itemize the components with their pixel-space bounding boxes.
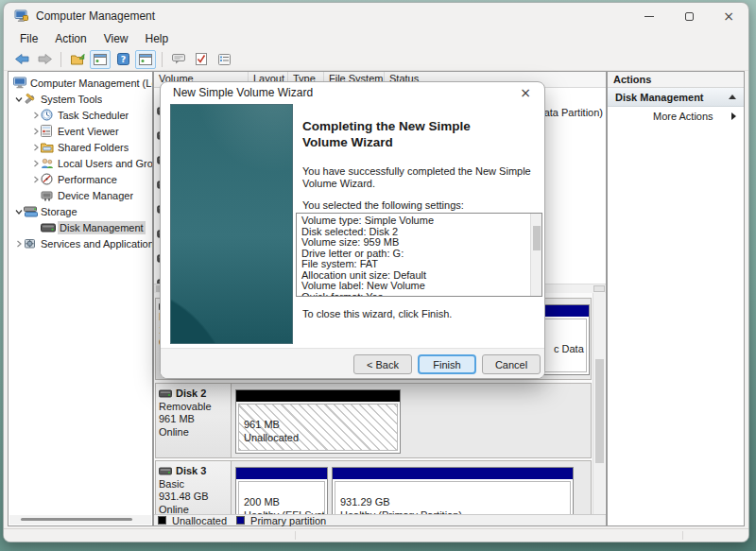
export-list-button[interactable]	[67, 50, 88, 69]
cancel-wizard-button[interactable]: Cancel	[482, 354, 541, 374]
wizard-settings-list[interactable]: Volume type: Simple Volume Disk selected…	[296, 213, 542, 297]
toolbar-separator	[162, 52, 163, 67]
tree-item-system-tools[interactable]: System Tools	[9, 91, 152, 107]
primary-partition-legend-swatch	[236, 516, 245, 525]
window-title: Computer Management	[36, 9, 155, 23]
svg-text:?: ?	[120, 54, 126, 64]
disk2-type: Removable	[159, 401, 231, 414]
more-actions-item[interactable]: More Actions	[608, 107, 744, 126]
disk3-primary-partition-block[interactable]: 931.29 GB Healthy (Primary Partition)	[332, 467, 574, 514]
setting-quick-format: Quick format: Yes	[301, 292, 528, 298]
help-icon: ?	[117, 53, 129, 65]
users-icon	[41, 158, 54, 169]
disk2-row[interactable]: Disk 2 Removable 961 MB Online 961 MB Un…	[155, 383, 592, 458]
tree-item-task-scheduler[interactable]: Task Scheduler	[9, 107, 152, 123]
check-disk-button[interactable]	[191, 50, 212, 69]
back-button[interactable]	[11, 50, 32, 69]
unallocated-legend-swatch	[158, 516, 166, 525]
refresh-status-button[interactable]	[168, 50, 189, 69]
tree-item-label: Shared Folders	[58, 142, 129, 153]
wizard-sidebar-art	[170, 104, 293, 344]
chevron-right-icon[interactable]	[13, 240, 24, 248]
tree-item-local-users-groups[interactable]: Local Users and Groups	[9, 155, 152, 171]
chevron-right-icon[interactable]	[30, 128, 41, 135]
services-icon	[24, 237, 37, 250]
tree-item-disk-management[interactable]: Disk Management	[9, 219, 152, 235]
finish-button[interactable]: Finish	[418, 354, 476, 374]
tree-item-event-viewer[interactable]: Event Viewer	[9, 123, 152, 139]
scrollbar-thumb[interactable]	[533, 226, 541, 250]
scrollbar-arrow[interactable]	[593, 285, 605, 292]
wizard-settings-label: You selected the following settings:	[302, 199, 543, 211]
popup-bubble-icon	[172, 54, 185, 64]
tree-item-performance[interactable]: Performance	[9, 171, 152, 187]
properties-button[interactable]	[214, 50, 234, 69]
tree-item-label: Performance	[58, 174, 117, 185]
chevron-down-icon[interactable]	[13, 208, 24, 215]
unallocated-legend-label: Unallocated	[172, 515, 227, 526]
shared-folders-icon	[41, 142, 54, 153]
status-bar	[4, 528, 748, 542]
scrollbar-thumb[interactable]	[595, 359, 604, 463]
actions-group-disk-management[interactable]: Disk Management	[608, 88, 744, 107]
setting-volume-type: Volume type: Simple Volume	[301, 215, 528, 227]
console-tree-panel: Computer Management (Local System Tools …	[8, 71, 153, 526]
disk-management-icon	[41, 223, 54, 232]
forward-icon	[38, 54, 52, 64]
menu-file[interactable]: File	[11, 30, 46, 47]
tree-item-services-applications[interactable]: Services and Applications	[9, 235, 152, 251]
tree-item-device-manager[interactable]: Device Manager	[9, 187, 152, 203]
setting-volume-label: Volume label: New Volume	[301, 281, 528, 292]
dialog-title-bar: New Simple Volume Wizard ×	[161, 82, 544, 103]
setting-volume-size: Volume size: 959 MB	[301, 237, 528, 249]
close-button[interactable]: ×	[709, 3, 748, 29]
dialog-footer: < Back Finish Cancel	[161, 348, 544, 378]
graphical-view-scrollbar[interactable]	[593, 293, 605, 514]
disk2-label: Disk 2 Removable 961 MB Online	[156, 384, 232, 457]
tree-item-label: Storage	[41, 206, 77, 217]
chevron-down-icon[interactable]	[13, 95, 24, 103]
disk3-name: Disk 3	[176, 465, 206, 478]
help-button[interactable]: ?	[112, 50, 133, 69]
tree-item-shared-folders[interactable]: Shared Folders	[9, 139, 152, 155]
settings-scrollbar[interactable]	[530, 214, 541, 296]
device-manager-icon	[41, 190, 54, 201]
back-wizard-button[interactable]: < Back	[353, 354, 412, 374]
tree-item-label: Task Scheduler	[58, 110, 129, 121]
disk2-unallocated-block[interactable]: 961 MB Unallocated	[235, 389, 401, 454]
wizard-intro-text: You have successfully completed the New …	[302, 165, 534, 190]
tree-item-storage[interactable]: Storage	[9, 203, 152, 219]
disk2-partition-size: 961 MB	[244, 419, 280, 430]
chevron-right-icon[interactable]	[30, 160, 41, 167]
forward-button[interactable]	[34, 50, 55, 69]
minimize-button[interactable]	[629, 3, 669, 29]
menu-view[interactable]: View	[95, 30, 137, 47]
show-action-pane-button[interactable]	[135, 50, 156, 69]
chevron-right-icon[interactable]	[30, 144, 41, 151]
primary-partition-legend-label: Primary partition	[250, 515, 326, 526]
menu-bar: File Action View Help	[4, 29, 748, 48]
tree-item-label: System Tools	[41, 94, 102, 105]
disk3-size: 931.48 GB	[159, 491, 231, 504]
maximize-button[interactable]	[669, 3, 709, 29]
volume-status-fragment: Data Partition)	[537, 107, 603, 118]
disk3-efi-partition-block[interactable]: 200 MB Healthy (EFI System	[235, 467, 328, 514]
unallocated-bar	[236, 390, 400, 402]
disk1-partition-status-fragment: c Data Pa	[554, 342, 587, 355]
toolbar-separator	[60, 52, 61, 67]
show-console-tree-button[interactable]	[90, 50, 111, 69]
chevron-right-icon[interactable]	[30, 112, 41, 119]
dialog-close-icon[interactable]: ×	[516, 85, 535, 100]
menu-action[interactable]: Action	[46, 30, 94, 47]
menu-help[interactable]: Help	[137, 30, 178, 47]
collapse-icon[interactable]	[729, 95, 736, 99]
tree-item-label: Services and Applications	[41, 238, 152, 250]
tree-item-computer-management[interactable]: Computer Management (Local	[9, 75, 152, 91]
chevron-right-icon[interactable]	[30, 176, 41, 183]
performance-icon	[41, 173, 54, 185]
tree-horizontal-scrollbar[interactable]	[9, 515, 151, 525]
disk2-size: 961 MB	[159, 413, 231, 426]
disk3-row[interactable]: Disk 3 Basic 931.48 GB Online 200 MB Hea…	[155, 460, 592, 514]
properties-icon	[218, 54, 231, 65]
actions-panel: Actions Disk Management More Actions	[607, 71, 745, 526]
